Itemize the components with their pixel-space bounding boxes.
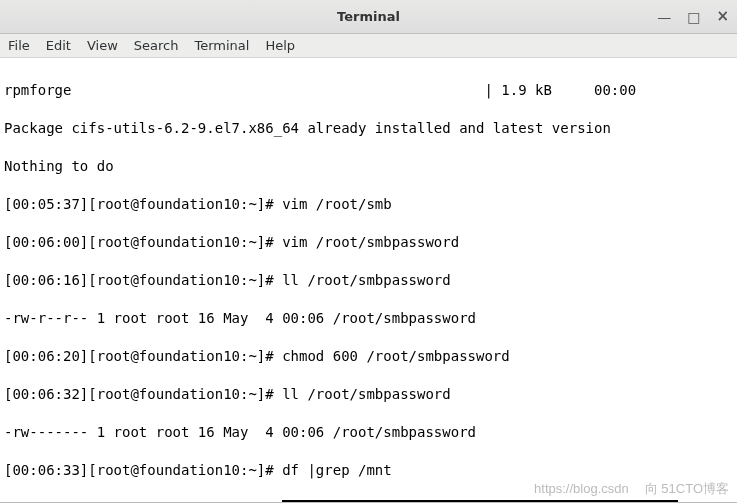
menu-terminal[interactable]: Terminal — [194, 38, 249, 53]
output-line: [00:06:20][root@foundation10:~]# chmod 6… — [4, 347, 733, 366]
window-title: Terminal — [0, 9, 737, 24]
menu-edit[interactable]: Edit — [46, 38, 71, 53]
watermark: https://blog.csdn 向 51CTO博客 — [534, 479, 729, 498]
output-line: [00:06:57][root@foundation10:~]# mount /… — [4, 499, 733, 502]
output-line: [00:06:00][root@foundation10:~]# vim /ro… — [4, 233, 733, 252]
menu-view[interactable]: View — [87, 38, 118, 53]
output-line: Nothing to do — [4, 157, 733, 176]
menu-file[interactable]: File — [8, 38, 30, 53]
menu-search[interactable]: Search — [134, 38, 179, 53]
output-line: -rw------- 1 root root 16 May 4 00:06 /r… — [4, 423, 733, 442]
highlighted-command: mount //172.25.2.105/wzj /mnt -o credent… — [282, 500, 678, 502]
output-line: -rw-r--r-- 1 root root 16 May 4 00:06 /r… — [4, 309, 733, 328]
minimize-icon[interactable]: — — [657, 10, 671, 24]
output-line: rpmforge | 1.9 kB 00:00 — [4, 81, 733, 100]
window-controls: — □ × — [657, 9, 729, 24]
menubar: File Edit View Search Terminal Help — [0, 34, 737, 58]
output-line: [00:06:33][root@foundation10:~]# df |gre… — [4, 461, 733, 480]
output-line: [00:06:32][root@foundation10:~]# ll /roo… — [4, 385, 733, 404]
prompt-text: [00:06:57][root@foundation10:~]# — [4, 500, 282, 502]
watermark-text: https://blog.csdn — [534, 479, 629, 498]
watermark-text: 向 51CTO博客 — [645, 479, 729, 498]
output-line: [00:05:37][root@foundation10:~]# vim /ro… — [4, 195, 733, 214]
close-icon[interactable]: × — [716, 9, 729, 24]
terminal-window: Terminal — □ × File Edit View Search Ter… — [0, 0, 737, 503]
menu-help[interactable]: Help — [265, 38, 295, 53]
titlebar[interactable]: Terminal — □ × — [0, 0, 737, 34]
output-line: [00:06:16][root@foundation10:~]# ll /roo… — [4, 271, 733, 290]
output-line: Package cifs-utils-6.2-9.el7.x86_64 alre… — [4, 119, 733, 138]
maximize-icon[interactable]: □ — [687, 10, 700, 24]
terminal-output[interactable]: rpmforge | 1.9 kB 00:00 Package cifs-uti… — [0, 58, 737, 502]
